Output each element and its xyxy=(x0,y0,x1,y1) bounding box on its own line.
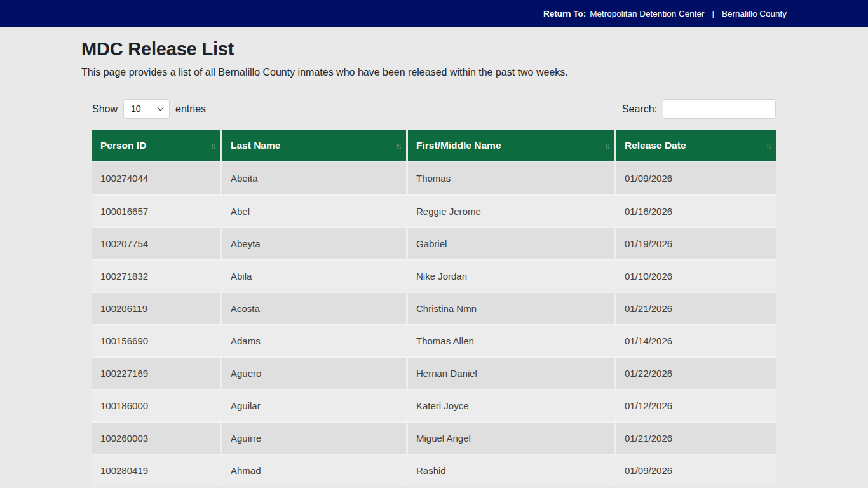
table-row: 100271832 Abila Nike Jordan 01/10/2026 xyxy=(92,259,776,292)
cell-person-id: 100271832 xyxy=(92,259,222,292)
cell-person-id: 100260003 xyxy=(92,421,222,454)
page-length-select-wrap: 10 xyxy=(123,99,170,119)
cell-last-name: Abel xyxy=(222,194,408,227)
cell-last-name: Abila xyxy=(222,259,408,292)
sort-icon: ↑↓ xyxy=(396,141,400,151)
cell-release-date: 01/21/2026 xyxy=(616,421,776,454)
cell-release-date: 01/21/2026 xyxy=(616,292,776,324)
cell-last-name: Adams xyxy=(222,324,408,356)
cell-first-middle-name: Gabriel xyxy=(408,227,616,259)
column-header-person-id[interactable]: Person ID ↑↓ xyxy=(92,130,222,162)
nav-link-metropolitan-detention-center[interactable]: Metropolitan Detention Center xyxy=(590,9,704,18)
return-to-label: Return To: xyxy=(543,9,586,18)
cell-last-name: Abeita xyxy=(222,162,408,194)
cell-release-date: 01/14/2026 xyxy=(616,324,776,356)
column-header-last-name[interactable]: Last Name ↑↓ xyxy=(222,130,408,162)
cell-last-name: Ahmad xyxy=(222,454,408,486)
cell-last-name: Aguirre xyxy=(222,421,408,454)
navbar-separator: | xyxy=(712,9,714,18)
cell-first-middle-name: Hernan Daniel xyxy=(408,356,616,389)
cell-first-middle-name: Thomas xyxy=(408,162,616,194)
cell-release-date: 01/19/2026 xyxy=(616,227,776,259)
cell-person-id: 100227169 xyxy=(92,356,222,389)
table-row: 100016657 Abel Reggie Jerome 01/16/2026 xyxy=(92,194,776,227)
table-row: 100186000 Aguilar Kateri Joyce 01/12/202… xyxy=(92,389,776,421)
cell-person-id: 100207754 xyxy=(92,227,222,259)
cell-person-id: 100016657 xyxy=(92,194,222,227)
sort-icon: ↑↓ xyxy=(604,141,609,151)
cell-first-middle-name: Nike Jordan xyxy=(408,259,616,292)
cell-person-id: 100206119 xyxy=(92,292,222,324)
table-header-row: Person ID ↑↓ Last Name ↑↓ First/Middle N… xyxy=(92,130,776,162)
cell-person-id: 100186000 xyxy=(92,389,222,421)
navbar-content: Return To: Metropolitan Detention Center… xyxy=(81,9,787,18)
table-controls: Show 10 entries Search: xyxy=(92,99,776,119)
show-label: Show xyxy=(92,104,118,115)
table-row: 100260003 Aguirre Miguel Angel 01/21/202… xyxy=(92,421,776,454)
search-control: Search: xyxy=(622,99,776,119)
cell-first-middle-name: Christina Nmn xyxy=(408,292,616,324)
main-container: MDC Release List This page provides a li… xyxy=(81,39,787,486)
release-table: Person ID ↑↓ Last Name ↑↓ First/Middle N… xyxy=(92,130,776,486)
search-label: Search: xyxy=(622,104,657,115)
table-row: 100207754 Abeyta Gabriel 01/19/2026 xyxy=(92,227,776,259)
cell-person-id: 100274044 xyxy=(92,162,222,194)
cell-last-name: Aguero xyxy=(222,356,408,389)
page-subtitle: This page provides a list of all Bernali… xyxy=(81,67,787,78)
cell-release-date: 01/16/2026 xyxy=(616,194,776,227)
cell-release-date: 01/12/2026 xyxy=(616,389,776,421)
table-row: 100280419 Ahmad Rashid 01/09/2026 xyxy=(92,454,776,486)
table-row: 100206119 Acosta Christina Nmn 01/21/202… xyxy=(92,292,776,324)
table-row: 100274044 Abeita Thomas 01/09/2026 xyxy=(92,162,776,194)
cell-release-date: 01/22/2026 xyxy=(616,356,776,389)
cell-person-id: 100280419 xyxy=(92,454,222,486)
cell-first-middle-name: Reggie Jerome xyxy=(408,194,616,227)
sort-icon: ↑↓ xyxy=(766,141,770,151)
table-row: 100227169 Aguero Hernan Daniel 01/22/202… xyxy=(92,356,776,389)
top-navbar: Return To: Metropolitan Detention Center… xyxy=(0,0,868,27)
cell-last-name: Aguilar xyxy=(222,389,408,421)
cell-release-date: 01/10/2026 xyxy=(616,259,776,292)
search-input[interactable] xyxy=(663,99,776,119)
sort-icon: ↑↓ xyxy=(210,141,215,151)
cell-release-date: 01/09/2026 xyxy=(616,454,776,486)
cell-first-middle-name: Thomas Allen xyxy=(408,324,616,356)
cell-person-id: 100156690 xyxy=(92,324,222,356)
datatable-wrapper: Show 10 entries Search: Person ID xyxy=(92,99,776,486)
cell-release-date: 01/09/2026 xyxy=(616,162,776,194)
column-header-first-middle-name[interactable]: First/Middle Name ↑↓ xyxy=(408,130,616,162)
page-length-select[interactable]: 10 xyxy=(123,99,170,119)
cell-first-middle-name: Kateri Joyce xyxy=(408,389,616,421)
nav-link-bernalillo-county[interactable]: Bernalillo County xyxy=(722,9,787,18)
page-length-control: Show 10 entries xyxy=(92,99,206,119)
page-title: MDC Release List xyxy=(81,39,787,60)
entries-label: entries xyxy=(175,104,206,115)
cell-first-middle-name: Miguel Angel xyxy=(408,421,616,454)
cell-last-name: Acosta xyxy=(222,292,408,324)
table-row: 100156690 Adams Thomas Allen 01/14/2026 xyxy=(92,324,776,356)
cell-last-name: Abeyta xyxy=(222,227,408,259)
cell-first-middle-name: Rashid xyxy=(408,454,616,486)
column-header-release-date[interactable]: Release Date ↑↓ xyxy=(616,130,776,162)
